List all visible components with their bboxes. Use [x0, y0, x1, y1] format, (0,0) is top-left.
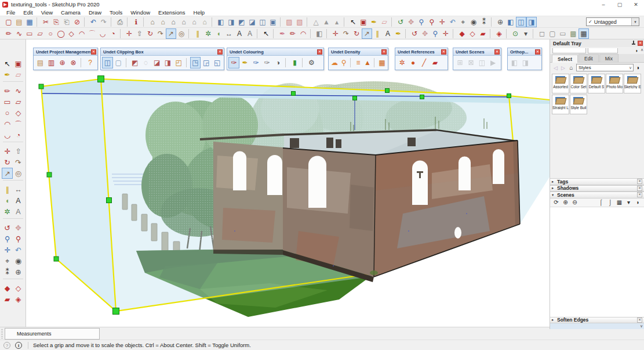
face-style-flyout-icon[interactable]: ◧	[314, 28, 325, 39]
protractor-tool-icon[interactable]: ◖	[2, 195, 13, 206]
style-shaded-icon[interactable]: ▩	[568, 28, 578, 39]
text-tool-icon[interactable]: A	[13, 195, 24, 206]
scale-2-icon[interactable]: ↗	[362, 28, 372, 39]
line-icon[interactable]: ✏	[3, 28, 14, 39]
tray-scroll-strip[interactable]: ∨	[550, 323, 644, 329]
undet-colour-rgb-icon[interactable]: ✑	[228, 57, 239, 68]
xray-mode-icon[interactable]: ◫	[516, 17, 526, 27]
circle-tool-icon[interactable]: ○	[2, 107, 13, 118]
scale-tool-icon[interactable]: ↗	[2, 168, 13, 179]
maximize-button[interactable]: ▢	[612, 2, 628, 8]
push-pull-tool-icon[interactable]: ⇧	[13, 146, 24, 157]
follow-me-2-icon[interactable]: ↷	[341, 28, 351, 39]
axes-tool-icon[interactable]: ✲	[2, 206, 13, 217]
eraser-icon[interactable]: ▱	[379, 17, 390, 27]
freehand-icon[interactable]: ∿	[14, 28, 24, 39]
undet-add-points-icon[interactable]: ⊕	[57, 57, 68, 68]
pencil-flyout-icon[interactable]: ✏	[288, 28, 298, 39]
stamp-icon[interactable]: ▲	[321, 17, 332, 27]
undet-colour-intensity-icon[interactable]: ✒	[239, 57, 250, 68]
sandbox-from-scratch-icon[interactable]: ▧	[294, 17, 305, 27]
tag-filter-combobox[interactable]: ✓ Untagged ▾	[586, 17, 639, 26]
move-scene-up-icon[interactable]: ⌡	[606, 199, 614, 205]
section-cuts-tool-icon[interactable]: ◈	[13, 294, 24, 305]
chevron-down-icon[interactable]: ▾	[631, 18, 639, 26]
forward-arrow-icon[interactable]: ▷	[560, 65, 566, 71]
new-icon[interactable]: ▢	[3, 17, 14, 27]
solid-subtract-icon[interactable]: ◪	[247, 17, 257, 27]
line-tool-icon[interactable]: ✏	[2, 85, 13, 96]
undo-icon[interactable]: ↶	[88, 17, 99, 27]
select-tool-icon[interactable]: ↖	[2, 58, 13, 69]
sandbox-from-contours-icon[interactable]: ▨	[284, 17, 294, 27]
select-icon[interactable]: ↖	[348, 17, 358, 27]
undet-colour-single-icon[interactable]: ◑	[272, 57, 283, 68]
paint-2-icon[interactable]: ✒	[393, 28, 403, 39]
view-options-icon[interactable]: ▦	[616, 199, 623, 205]
undet-ref-line-icon[interactable]: ╱	[419, 57, 430, 68]
arc-icon[interactable]: ◠	[77, 28, 87, 39]
move-2-icon[interactable]: ✛	[330, 28, 341, 39]
info-icon[interactable]: i	[15, 342, 22, 349]
section-plane-tool-icon[interactable]: ◆	[2, 283, 13, 294]
cut-icon[interactable]: ✂	[41, 17, 51, 27]
dimensions-tool-icon[interactable]: ↔	[13, 184, 24, 195]
undet-colour-range-icon[interactable]: ▮	[289, 57, 300, 68]
arc-tool-icon[interactable]: ◠	[2, 118, 13, 129]
close-icon[interactable]: ✕	[637, 317, 642, 323]
walk-icon[interactable]: ⁑	[479, 17, 489, 27]
view-right-icon[interactable]: ⌂	[179, 17, 189, 27]
three-d-text-icon[interactable]: A	[245, 28, 255, 39]
orbit-2-icon[interactable]: ↺	[409, 28, 420, 39]
tab-mix[interactable]: Mix	[599, 54, 618, 62]
style-folder-sketchy-edges[interactable]: Sketchy E	[624, 74, 641, 93]
paint-flyout-icon[interactable]: ✒	[277, 28, 288, 39]
undet-colour-settings-icon[interactable]: ⚙	[306, 57, 317, 68]
make-component-icon[interactable]: ▣	[358, 17, 369, 27]
minimize-button[interactable]: –	[595, 2, 612, 8]
move-tool-icon[interactable]: ✛	[2, 146, 13, 157]
two-point-arc-tool-icon[interactable]: ⌒	[13, 118, 24, 129]
style-folder-style-builder[interactable]: Style Buil	[570, 95, 587, 114]
styles-category-select[interactable]: Styles ∨	[576, 64, 634, 71]
scene-transition-icon[interactable]: ◈	[494, 28, 504, 39]
tray-close-icon[interactable]: ✕	[638, 41, 643, 46]
undet-clip-section-icon[interactable]: ◪	[151, 57, 162, 68]
polygon-tool-icon[interactable]: ◇	[13, 107, 24, 118]
open-icon[interactable]: ▤	[14, 17, 24, 27]
monochrome-mode-icon[interactable]: ◨	[526, 17, 537, 27]
offset-tool-icon[interactable]: ◎	[13, 168, 24, 179]
close-icon[interactable]: ✕	[441, 49, 446, 55]
close-icon[interactable]: ✕	[637, 186, 642, 191]
undet-density-low-icon[interactable]: ≡	[354, 57, 363, 68]
rotated-rectangle-tool-icon[interactable]: ▱	[13, 96, 24, 107]
tape-measure-tool-icon[interactable]: ∥	[2, 184, 13, 195]
undet-clip-inside-icon[interactable]: ◩	[130, 57, 141, 68]
back-arrow-icon[interactable]: ◁	[552, 65, 559, 71]
shaded-mode-icon[interactable]: ◧	[505, 17, 516, 27]
dimensions-icon[interactable]: ↔	[224, 28, 234, 39]
style-xray-icon[interactable]: ◻	[537, 28, 547, 39]
details-arrow-icon[interactable]: ◗	[635, 64, 642, 71]
help-icon[interactable]: ?	[3, 342, 10, 349]
undet-density-grid-icon[interactable]: ▦	[377, 57, 387, 68]
close-icon[interactable]: ✕	[637, 179, 642, 184]
undet-ref-axes-icon[interactable]: ✲	[396, 57, 407, 68]
view-left-icon[interactable]: ⌂	[199, 17, 210, 27]
style-folder-straight-lines[interactable]: Straight L	[552, 95, 569, 114]
toolbar-drag-handle[interactable]	[1, 329, 3, 338]
position-camera-tool-icon[interactable]: ⌖	[2, 255, 13, 266]
walk-tool-icon[interactable]: ⁑	[2, 266, 13, 277]
solid-split-icon[interactable]: ▣	[268, 17, 278, 27]
circle-icon[interactable]: ○	[45, 28, 56, 39]
style-hidden-line-icon[interactable]: ▭	[558, 28, 568, 39]
undet-colour-elevation-icon[interactable]: ✑	[250, 57, 261, 68]
menu-window[interactable]: Window	[126, 9, 154, 16]
two-point-arc-icon[interactable]: ⌒	[87, 28, 97, 39]
section-display-tool-icon[interactable]: ◇	[13, 283, 24, 294]
undet-cloud-icon[interactable]: ☁	[330, 57, 339, 68]
protractor-icon[interactable]: ◖	[213, 28, 224, 39]
style-folder-color-sets[interactable]: Color Set	[570, 74, 587, 93]
tape-measure-icon[interactable]: ∥	[192, 28, 203, 39]
move-icon[interactable]: ✛	[124, 28, 134, 39]
